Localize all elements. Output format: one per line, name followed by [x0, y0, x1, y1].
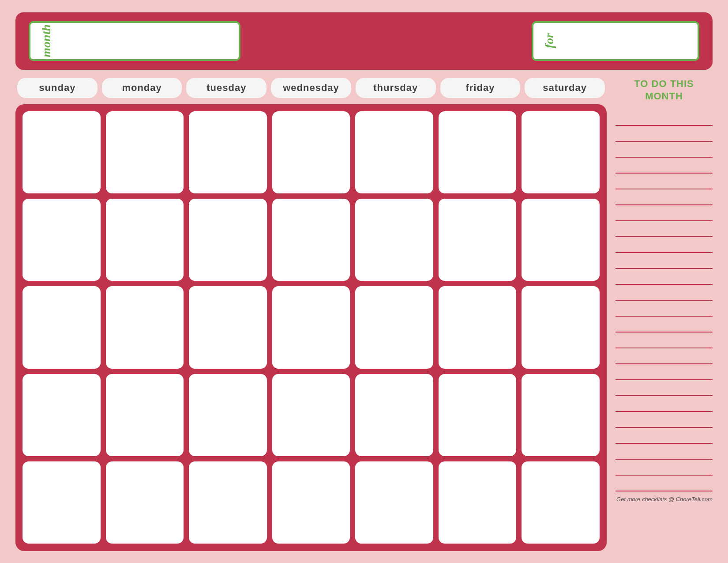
calendar-cell[interactable] — [439, 461, 517, 544]
calendar-cell[interactable] — [189, 199, 267, 281]
todo-section: TO DO THIS MONTH Get more checklists @ C… — [615, 78, 713, 503]
day-friday: friday — [440, 78, 521, 98]
todo-line[interactable] — [615, 237, 713, 253]
month-label: month — [39, 24, 53, 57]
todo-line[interactable] — [615, 333, 713, 348]
todo-line[interactable] — [615, 476, 713, 491]
todo-line[interactable] — [615, 412, 713, 428]
calendar-cell[interactable] — [106, 199, 184, 281]
calendar-cell[interactable] — [272, 286, 350, 368]
calendar-cell[interactable] — [189, 461, 267, 544]
todo-line[interactable] — [615, 110, 713, 126]
todo-line[interactable] — [615, 221, 713, 237]
todo-line[interactable] — [615, 142, 713, 158]
for-label: for — [542, 33, 556, 48]
day-tuesday: tuesday — [186, 78, 266, 98]
todo-line[interactable] — [615, 253, 713, 269]
calendar-cell[interactable] — [522, 374, 600, 456]
todo-line[interactable] — [615, 380, 713, 396]
calendar-cell[interactable] — [272, 199, 350, 281]
day-wednesday: wednesday — [271, 78, 351, 98]
calendar-cell[interactable] — [272, 374, 350, 456]
calendar-cell[interactable] — [189, 374, 267, 456]
calendar-cell[interactable] — [23, 199, 101, 281]
calendar-cell[interactable] — [106, 286, 184, 368]
calendar-cell[interactable] — [355, 111, 433, 193]
day-thursday: thursday — [356, 78, 436, 98]
header-bar: month for — [15, 12, 713, 70]
calendar-grid-wrapper — [15, 104, 607, 551]
page-wrapper: month for sunday monday tuesday wednesda… — [15, 12, 713, 551]
todo-line[interactable] — [615, 126, 713, 142]
calendar-cell[interactable] — [23, 286, 101, 368]
calendar-cell[interactable] — [522, 111, 600, 193]
todo-line[interactable] — [615, 301, 713, 317]
calendar-cell[interactable] — [522, 461, 600, 544]
todo-line[interactable] — [615, 158, 713, 174]
todo-line[interactable] — [615, 348, 713, 364]
calendar-cell[interactable] — [106, 461, 184, 544]
calendar-cell[interactable] — [106, 111, 184, 193]
todo-line[interactable] — [615, 444, 713, 460]
day-sunday: sunday — [17, 78, 98, 98]
day-monday: monday — [102, 78, 182, 98]
calendar-cell[interactable] — [355, 374, 433, 456]
calendar-cell[interactable] — [439, 111, 517, 193]
month-field[interactable]: month — [29, 21, 240, 61]
calendar-cell[interactable] — [23, 461, 101, 544]
todo-line[interactable] — [615, 428, 713, 444]
todo-line[interactable] — [615, 364, 713, 380]
todo-line[interactable] — [615, 269, 713, 285]
day-saturday: saturday — [525, 78, 605, 98]
todo-line[interactable] — [615, 174, 713, 189]
todo-line[interactable] — [615, 189, 713, 205]
calendar-cell[interactable] — [355, 199, 433, 281]
calendar-cell[interactable] — [439, 199, 517, 281]
calendar-cell[interactable] — [355, 461, 433, 544]
todo-line[interactable] — [615, 460, 713, 476]
calendar-cell[interactable] — [272, 461, 350, 544]
days-header: sunday monday tuesday wednesday thursday… — [15, 78, 607, 98]
todo-title: TO DO THIS MONTH — [615, 78, 713, 103]
calendar-grid — [23, 111, 600, 544]
for-field[interactable]: for — [532, 21, 699, 61]
calendar-cell[interactable] — [272, 111, 350, 193]
todo-line[interactable] — [615, 396, 713, 412]
calendar-cell[interactable] — [189, 111, 267, 193]
calendar-cell[interactable] — [355, 286, 433, 368]
calendar-cell[interactable] — [522, 199, 600, 281]
todo-line[interactable] — [615, 285, 713, 301]
calendar-cell[interactable] — [439, 286, 517, 368]
todo-footer: Get more checklists @ ChoreTell.com — [615, 496, 713, 503]
calendar-cell[interactable] — [439, 374, 517, 456]
todo-line[interactable] — [615, 205, 713, 221]
calendar-cell[interactable] — [522, 286, 600, 368]
todo-lines — [615, 110, 713, 491]
calendar-cell[interactable] — [23, 111, 101, 193]
calendar-cell[interactable] — [23, 374, 101, 456]
calendar-cell[interactable] — [106, 374, 184, 456]
calendar-cell[interactable] — [189, 286, 267, 368]
todo-line[interactable] — [615, 317, 713, 333]
